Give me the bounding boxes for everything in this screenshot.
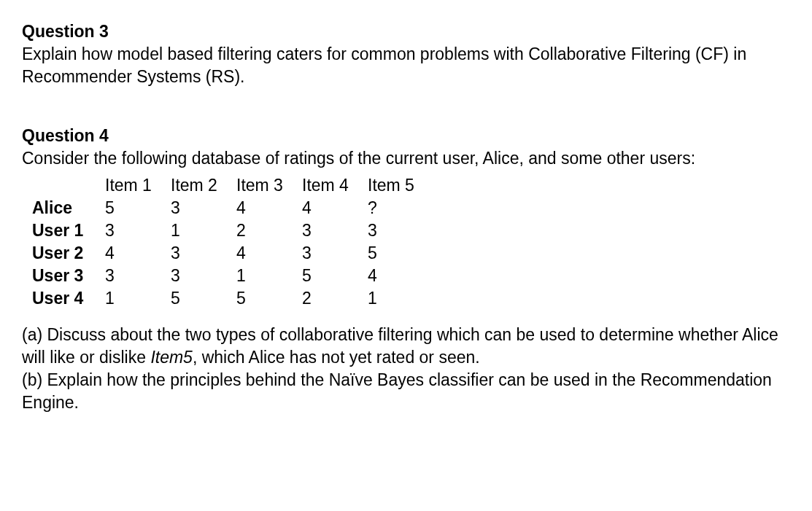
table-cell: 4 bbox=[236, 242, 302, 265]
table-cell: 1 bbox=[105, 287, 171, 310]
table-header-cell: Item 1 bbox=[105, 174, 171, 197]
table-row: User 1 3 1 2 3 3 bbox=[32, 219, 433, 242]
table-cell: 2 bbox=[302, 287, 368, 310]
table-cell: 1 bbox=[236, 265, 302, 287]
question-4-heading: Question 4 bbox=[22, 125, 790, 147]
table-cell: 3 bbox=[368, 219, 433, 242]
table-header-row: Item 1 Item 2 Item 3 Item 4 Item 5 bbox=[32, 174, 433, 197]
table-cell: 2 bbox=[236, 219, 302, 242]
table-header-cell bbox=[32, 174, 105, 197]
table-row: User 3 3 3 1 5 4 bbox=[32, 265, 433, 287]
question-4-intro: Consider the following database of ratin… bbox=[22, 147, 790, 170]
row-label: User 3 bbox=[32, 265, 105, 287]
row-label: User 4 bbox=[32, 287, 105, 310]
table-cell: 3 bbox=[302, 219, 368, 242]
table-cell: 4 bbox=[236, 197, 302, 219]
ratings-table: Item 1 Item 2 Item 3 Item 4 Item 5 Alice… bbox=[32, 174, 433, 310]
table-header-cell: Item 4 bbox=[302, 174, 368, 197]
table-row: Alice 5 3 4 4 ? bbox=[32, 197, 433, 219]
question-3-body: Explain how model based filtering caters… bbox=[22, 43, 790, 88]
question-4-part-b: (b) Explain how the principles behind th… bbox=[22, 369, 790, 414]
table-cell: 1 bbox=[171, 219, 236, 242]
table-cell: 3 bbox=[105, 265, 171, 287]
table-cell: 5 bbox=[302, 265, 368, 287]
table-cell: 3 bbox=[171, 197, 236, 219]
table-header-cell: Item 5 bbox=[368, 174, 433, 197]
question-3: Question 3 Explain how model based filte… bbox=[22, 20, 790, 88]
question-4-part-a: (a) Discuss about the two types of colla… bbox=[22, 324, 790, 369]
table-cell: 5 bbox=[171, 287, 236, 310]
table-cell: 5 bbox=[368, 242, 433, 265]
row-label: User 1 bbox=[32, 219, 105, 242]
table-cell: 4 bbox=[302, 197, 368, 219]
table-cell: 4 bbox=[105, 242, 171, 265]
table-cell: 3 bbox=[105, 219, 171, 242]
table-cell: 5 bbox=[236, 287, 302, 310]
part-a-italic: Item5 bbox=[150, 348, 193, 367]
table-cell: 1 bbox=[368, 287, 433, 310]
table-cell: 3 bbox=[302, 242, 368, 265]
question-4: Question 4 Consider the following databa… bbox=[22, 125, 790, 414]
table-cell: 3 bbox=[171, 242, 236, 265]
row-label: Alice bbox=[32, 197, 105, 219]
table-cell: 3 bbox=[171, 265, 236, 287]
table-header-cell: Item 3 bbox=[236, 174, 302, 197]
table-cell: 5 bbox=[105, 197, 171, 219]
table-row: User 2 4 3 4 3 5 bbox=[32, 242, 433, 265]
part-a-suffix: , which Alice has not yet rated or seen. bbox=[193, 348, 480, 367]
table-header-cell: Item 2 bbox=[171, 174, 236, 197]
table-cell: ? bbox=[368, 197, 433, 219]
row-label: User 2 bbox=[32, 242, 105, 265]
question-3-heading: Question 3 bbox=[22, 20, 790, 43]
table-row: User 4 1 5 5 2 1 bbox=[32, 287, 433, 310]
table-cell: 4 bbox=[368, 265, 433, 287]
